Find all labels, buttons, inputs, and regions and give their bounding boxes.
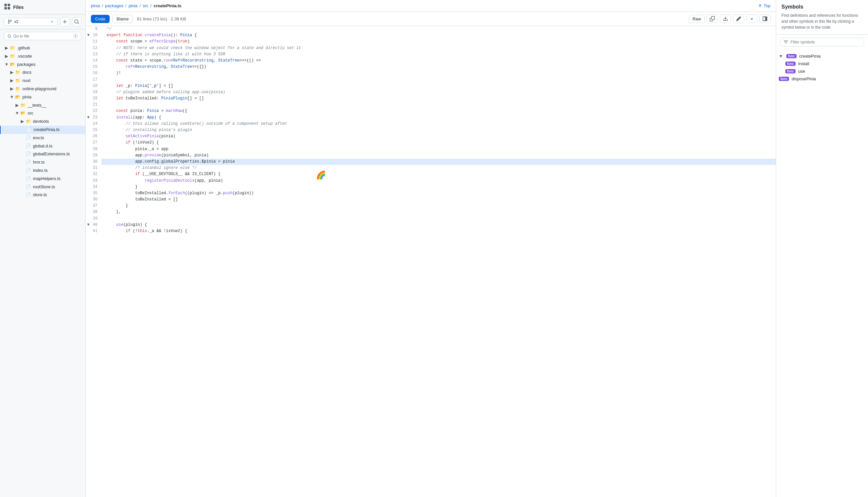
line-content-37: }: [101, 203, 776, 209]
table-row: 27 if (!isVue2) {: [86, 140, 776, 146]
tree-item-devtools[interactable]: ▶ 📁 devtools: [0, 117, 85, 126]
table-row: 19 // plugins added before calling app.u…: [86, 89, 776, 96]
line-content-32: if (__USE_DEVTOOLS__ && IS_CLIENT) {: [101, 171, 776, 178]
line-content-27: if (!isVue2) {: [101, 140, 776, 146]
line-content-15: ref<Record<string, StateTree>>({}): [101, 64, 776, 70]
search-button[interactable]: [72, 17, 81, 26]
symbol-item-createPinia[interactable]: ▼ func createPinia: [776, 52, 868, 60]
edit-button[interactable]: [733, 14, 744, 23]
line-content-24: // this allows calling useStore() outsid…: [101, 121, 776, 127]
line-content-21: [101, 102, 776, 108]
tree-label: devtools: [33, 118, 49, 125]
line-content-26: setActivePinia(pinia): [101, 133, 776, 140]
top-link[interactable]: Top: [758, 3, 771, 8]
tree-item-env[interactable]: ▶ 📄 env.ts: [0, 134, 85, 142]
more-button[interactable]: [746, 14, 757, 23]
search-input[interactable]: [14, 34, 72, 39]
line-content-31: /* istanbul ignore else */: [101, 165, 776, 171]
breadcrumb-pinia2-link[interactable]: pinia: [128, 3, 137, 8]
tree-item-pinia[interactable]: ▼ 📂 pinia: [0, 93, 85, 101]
symbol-name-install: install: [798, 61, 809, 66]
line-content-13: // if there is anything like it with Vue…: [101, 51, 776, 58]
tree-item-packages[interactable]: ▼ 📂 packages: [0, 60, 85, 69]
tree-item-mapHelpers[interactable]: ▶ 📄 mapHelpers.ts: [0, 175, 85, 183]
file-icon: 📄: [26, 126, 32, 133]
sidebar-toggle-button[interactable]: [759, 14, 771, 23]
table-row: 34 }: [86, 184, 776, 190]
tree-item-index[interactable]: ▶ 📄 index.ts: [0, 167, 85, 175]
line-num-34: 34: [86, 184, 101, 190]
blame-tab-button[interactable]: Blame: [112, 15, 133, 23]
symbols-list: ▼ func createPinia func install func use…: [776, 50, 868, 85]
line-content-36: toBeInstalled = []: [101, 197, 776, 203]
sidebar-controls: v2: [0, 14, 85, 29]
table-row: 21: [86, 102, 776, 108]
line-num-10: ▼ 10: [86, 32, 101, 39]
table-row: 9 */: [86, 26, 776, 32]
collapse-arrow-23[interactable]: ▼: [86, 115, 90, 121]
file-icon: 📄: [26, 184, 31, 190]
raw-button[interactable]: Raw: [689, 15, 705, 23]
symbols-search-box[interactable]: [780, 38, 864, 46]
breadcrumb-packages-link[interactable]: packages: [105, 3, 124, 8]
tree-label: __tests__: [28, 102, 46, 109]
copy-button[interactable]: [706, 14, 718, 23]
table-row: 25 // installing pinia's plugin: [86, 127, 776, 133]
sidebar-title: Files: [13, 4, 24, 10]
table-row: 13 // if there is anything like it with …: [86, 51, 776, 58]
tree-item-globalExtensions[interactable]: ▶ 📄 globalExtensions.ts: [0, 150, 85, 158]
top-label: Top: [764, 3, 771, 8]
symbol-item-use[interactable]: func use: [776, 68, 868, 75]
add-file-button[interactable]: [60, 17, 69, 26]
sidebar-header: Files: [0, 0, 85, 14]
tree-label: pinia: [23, 94, 31, 101]
table-row: ▼ 10 export function createPinia(): Pini…: [86, 32, 776, 39]
tree-label: mapHelpers.ts: [33, 175, 60, 182]
tree-item-global-d-ts[interactable]: ▶ 📄 global.d.ts: [0, 142, 85, 151]
table-row: 29 app.provide(piniaSymbol, pinia): [86, 152, 776, 159]
line-num-35: 35: [86, 190, 101, 197]
line-num-33: 33: [86, 178, 101, 184]
line-num-13: 13: [86, 51, 101, 58]
download-button[interactable]: [720, 14, 731, 23]
collapse-arrow-40[interactable]: ▼: [86, 222, 90, 228]
file-icon: 📄: [26, 134, 31, 142]
file-header: pinia / packages / pinia / src / createP…: [86, 0, 776, 12]
folder-icon: 📁: [10, 45, 15, 52]
tree-item-hmr[interactable]: ▶ 📄 hmr.ts: [0, 158, 85, 167]
folder-icon: 📁: [15, 86, 20, 93]
breadcrumb-sep-2: /: [125, 3, 127, 8]
chevron-right-icon: ▶: [9, 86, 14, 91]
tree-item-createPinia[interactable]: ▶ 📄 createPinia.ts: [0, 126, 85, 134]
chevron-right-icon: ▶: [4, 54, 9, 59]
symbol-item-disposePinia[interactable]: func disposePinia: [776, 75, 868, 83]
tree-item-rootStore[interactable]: ▶ 📄 rootStore.ts: [0, 183, 85, 191]
symbol-item-install[interactable]: func install: [776, 60, 868, 68]
arrow-up-icon: [758, 4, 762, 8]
tree-item-github[interactable]: ▶ 📁 .github: [0, 44, 85, 52]
symbol-badge-func: func: [785, 69, 796, 73]
code-container[interactable]: 9 */ ▼ 10 export function createPinia():…: [86, 26, 776, 497]
symbols-filter-input[interactable]: [790, 40, 860, 44]
tree-item-src[interactable]: ▼ 📂 src: [0, 109, 85, 117]
symbol-badge-func: func: [785, 61, 796, 66]
breadcrumb-pinia-link[interactable]: pinia: [91, 3, 100, 8]
tree-item-online-playground[interactable]: ▶ 📁 online-playground: [0, 85, 85, 93]
symbol-name-disposePinia: disposePinia: [792, 76, 816, 81]
branch-selector[interactable]: v2: [4, 18, 58, 26]
tree-item-vscode[interactable]: ▶ 📁 .vscode: [0, 52, 85, 60]
code-tab-button[interactable]: Code: [91, 15, 110, 23]
line-content-19: // plugins added before calling app.use(…: [101, 89, 776, 96]
tree-item-store[interactable]: ▶ 📄 store.ts: [0, 191, 85, 199]
collapse-arrow-10[interactable]: ▼: [86, 32, 90, 39]
tree-item-nuxt[interactable]: ▶ 📁 nuxt: [0, 77, 85, 85]
tree-item-tests[interactable]: ▶ 📁 __tests__: [0, 101, 85, 110]
tree-label: env.ts: [33, 134, 44, 142]
line-num-26: 26: [86, 133, 101, 140]
line-num-29: 29: [86, 152, 101, 159]
tree-item-docs[interactable]: ▶ 📁 docs: [0, 69, 85, 77]
table-row: 20 let toBeInstalled: PiniaPlugin[] = []: [86, 96, 776, 102]
symbol-name-createPinia: createPinia: [799, 54, 821, 59]
breadcrumb-src-link[interactable]: src: [143, 3, 148, 8]
file-search-box[interactable]: t: [4, 32, 81, 40]
